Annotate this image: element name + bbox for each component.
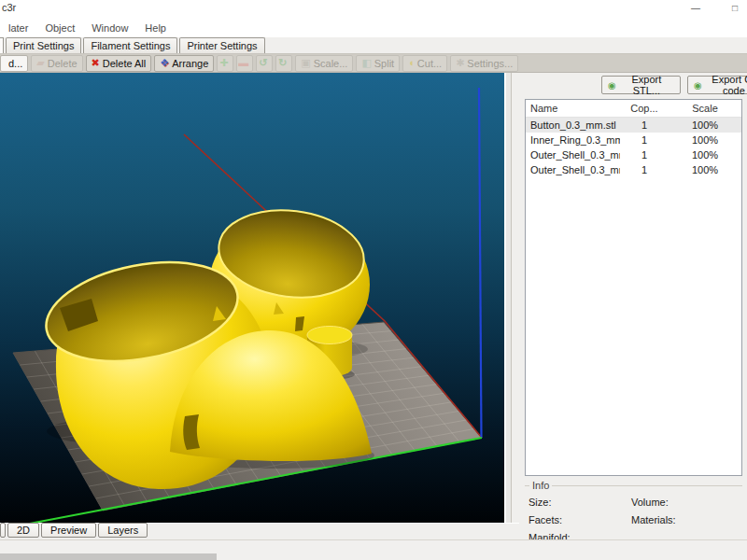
export-stl-button[interactable]: Export STL... <box>601 76 681 94</box>
gear-icon <box>456 58 464 68</box>
cut-button[interactable]: Cut... <box>402 55 447 72</box>
export-icon <box>608 79 616 91</box>
export-icon <box>694 79 702 91</box>
tab-layers[interactable]: Layers <box>98 523 148 538</box>
tab-print-settings[interactable]: Print Settings <box>6 37 81 53</box>
rotate-cw-icon <box>278 58 287 68</box>
info-label-right: Volume: <box>631 497 742 508</box>
tab-2d[interactable]: 2D <box>7 523 39 538</box>
split-icon <box>361 58 371 68</box>
Button_0.3_mm.stl[interactable]: Button_0.3_mm.stl 1 100% <box>526 118 741 133</box>
maximize-button[interactable]: □ <box>726 0 743 19</box>
scale-cell: 100% <box>669 119 741 131</box>
info-panel-title: Info <box>529 480 552 491</box>
info-label-left: Facets: <box>525 514 631 525</box>
menu-window[interactable]: Window <box>83 21 136 35</box>
info-label-right: Materials: <box>631 514 742 525</box>
cut-icon <box>408 58 415 68</box>
minimize-button[interactable]: — <box>687 0 704 19</box>
tab-printer-settings[interactable]: Printer Settings <box>179 37 264 53</box>
table-header: Name Cop... Scale <box>526 100 741 118</box>
plus-icon <box>219 58 228 68</box>
copies-cell: 1 <box>620 149 669 161</box>
info-row: Manifold: <box>525 528 742 539</box>
red-x-icon <box>92 58 100 68</box>
view-tabbar: 2DPreviewLayers <box>0 523 519 539</box>
rotate-ccw-icon <box>259 58 267 68</box>
rotate-cw-button[interactable] <box>275 55 292 72</box>
export-button-row: Export STL... Export G-code <box>519 73 747 97</box>
toolbar: d... Delete Delete All Arrange <box>0 54 747 73</box>
column-header-name[interactable]: Name <box>526 103 620 114</box>
Outer_Shell_0.3_mm.stl[interactable]: Outer_Shell_0.3_mm.stl 1 100% <box>526 162 741 177</box>
add-button-partial[interactable]: d... <box>0 55 28 72</box>
menu-plater-partial[interactable]: later <box>0 21 36 35</box>
viewport-splitter[interactable] <box>504 73 512 523</box>
menu-help[interactable]: Help <box>136 21 175 35</box>
tab-filament-settings[interactable]: Filament Settings <box>83 37 177 53</box>
file-name-cell: Inner_Ring_0.3_mm.stl <box>526 134 620 146</box>
copies-cell: 1 <box>620 164 669 175</box>
split-button[interactable]: Split <box>356 55 400 72</box>
object-list-table: Name Cop... Scale Button_0.3_mm.stl 1 10… <box>525 99 742 476</box>
arrange-button[interactable]: Arrange <box>154 55 214 72</box>
info-panel: Info Size: Volume: Facets: Materials: <box>525 485 742 539</box>
column-header-copies[interactable]: Cop... <box>620 103 669 114</box>
file-name-cell: Outer_Shell_0.3_mm.stl <box>526 164 620 175</box>
taskbar-edge <box>0 553 217 560</box>
copies-cell: 1 <box>620 119 669 131</box>
Inner_Ring_0.3_mm.stl[interactable]: Inner_Ring_0.3_mm.stl 1 100% <box>526 133 741 147</box>
menu-bar: laterObjectWindowHelp <box>0 19 747 37</box>
delete-button[interactable]: Delete <box>31 55 82 72</box>
tab-preview[interactable]: Preview <box>41 523 96 538</box>
column-header-scale[interactable]: Scale <box>669 103 741 114</box>
scale-button[interactable]: Scale... <box>295 55 353 72</box>
info-row: Facets: Materials: <box>525 511 742 528</box>
eraser-icon <box>36 58 44 68</box>
copies-cell: 1 <box>620 134 669 146</box>
info-row: Size: Volume: <box>525 493 742 511</box>
minus-icon <box>238 58 248 68</box>
decrease-copies-button[interactable] <box>236 55 253 72</box>
arrange-icon <box>160 58 169 68</box>
increase-copies-button[interactable] <box>217 55 233 72</box>
settings-button[interactable]: Settings... <box>450 55 518 72</box>
Outer_Shell_0.3_mm.stl[interactable]: Outer_Shell_0.3_mm.stl 1 100% <box>526 147 741 162</box>
settings-tabbar: Print SettingsFilament SettingsPrinter S… <box>0 37 747 54</box>
menu-object[interactable]: Object <box>36 21 83 35</box>
scale-cell: 100% <box>669 164 741 175</box>
plater-side-panel: Export STL... Export G-code Name Cop... … <box>519 73 747 539</box>
slic3r-window: c3r — □ laterObjectWindowHelp Print Sett… <box>0 0 747 560</box>
export-gcode-button[interactable]: Export G-code <box>687 76 747 94</box>
scale-cell: 100% <box>669 149 741 161</box>
axis-z-blue <box>479 88 482 438</box>
file-name-cell: Button_0.3_mm.stl <box>526 119 620 131</box>
status-bar <box>0 539 747 560</box>
title-bar: c3r — □ <box>0 0 747 19</box>
delete-all-button[interactable]: Delete All <box>86 55 152 72</box>
file-name-cell: Outer_Shell_0.3_mm.stl <box>526 149 620 161</box>
3d-viewport[interactable] <box>0 73 512 523</box>
info-label-left: Manifold: <box>525 532 631 540</box>
scale-cell: 100% <box>669 134 741 146</box>
rotate-ccw-button[interactable] <box>256 55 273 72</box>
info-label-left: Size: <box>525 497 631 508</box>
window-title: c3r <box>2 2 16 13</box>
scale-icon <box>301 58 310 68</box>
